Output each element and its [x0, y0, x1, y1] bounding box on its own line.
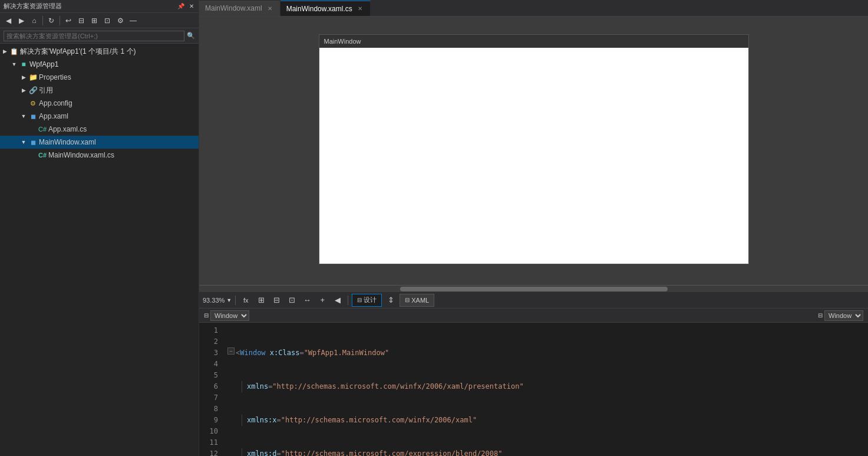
- design-label: 设计: [364, 296, 377, 304]
- code-member-select[interactable]: Window: [824, 310, 863, 321]
- se-sep1: [42, 16, 43, 25]
- se-new-sol-btn[interactable]: ⊞: [88, 15, 100, 27]
- toolbar-sep2: [348, 296, 348, 305]
- properties-expand: ▶: [19, 74, 28, 80]
- ln-8: 8: [199, 403, 218, 415]
- line-numbers: 1 2 3 4 5 6 7 8 9 10 11 12: [199, 323, 223, 456]
- code-scope-select[interactable]: Window: [210, 310, 249, 321]
- project-expand-icon: ▼: [9, 61, 19, 67]
- se-search-bar: 🔍: [0, 28, 199, 44]
- se-home-btn[interactable]: ⌂: [28, 15, 40, 27]
- zoom-in-btn[interactable]: +: [316, 294, 329, 307]
- code-header-right: ⊟ Window: [818, 310, 863, 321]
- tab-mainxaml[interactable]: MainWindow.xaml ✕: [199, 1, 280, 16]
- se-solution-node[interactable]: ▶ 📋 解决方案'WpfApp1'(1 个项目/共 1 个): [0, 45, 199, 58]
- se-collapse-btn[interactable]: ⊟: [75, 15, 87, 27]
- ln-11: 11: [199, 437, 218, 448]
- design-btn[interactable]: ⊟ 设计: [352, 294, 382, 307]
- project-label: WpfApp1: [29, 60, 58, 68]
- code-4: xmlns:d="http://schemas.microsoft.com/ex…: [247, 448, 503, 456]
- ln-6: 6: [199, 381, 218, 392]
- se-tree: ▶ 📋 解决方案'WpfApp1'(1 个项目/共 1 个) ▼ ■ WpfAp…: [0, 44, 199, 456]
- design-icon: ⊟: [357, 297, 362, 303]
- design-scrollbar[interactable]: [199, 285, 868, 292]
- se-appxaml-node[interactable]: ▼ ◼ App.xaml: [0, 110, 199, 123]
- ln-3: 3: [199, 347, 218, 359]
- xaml-btn[interactable]: ⊟ XAML: [400, 294, 434, 307]
- se-undo-btn[interactable]: ↩: [62, 15, 74, 27]
- solution-explorer-titlebar: 解决方案资源管理器 📌 ✕: [0, 0, 199, 13]
- se-mainxaml-node[interactable]: ▼ ◼ MainWindow.xaml: [0, 136, 199, 149]
- design-preview-area: MainWindow: [199, 17, 868, 285]
- se-properties-node[interactable]: ▶ 📁 Properties: [0, 71, 199, 84]
- window-preview-title: MainWindow: [324, 38, 361, 45]
- se-search-input[interactable]: [4, 31, 184, 41]
- properties-label: Properties: [39, 73, 71, 81]
- ln-12: 12: [199, 448, 218, 456]
- ln-10: 10: [199, 426, 218, 437]
- code-1: <Window x:Class="WpfApp1.MainWindow": [236, 347, 389, 359]
- mainxamlcs-icon: C#: [38, 152, 47, 159]
- window-preview-content: [319, 48, 748, 264]
- expand-1[interactable]: −: [227, 347, 235, 355]
- tab-mainxaml-close[interactable]: ✕: [266, 4, 274, 12]
- se-preview-btn[interactable]: —: [127, 15, 139, 27]
- references-expand: ▶: [19, 87, 28, 93]
- se-references-node[interactable]: ▶ 🔗 引用: [0, 84, 199, 97]
- se-properties-btn[interactable]: ⚙: [114, 15, 126, 27]
- zoom-dropdown-icon[interactable]: ▼: [226, 297, 232, 303]
- se-project-node[interactable]: ▼ ■ WpfApp1: [0, 58, 199, 71]
- tab-mainxamlcs-label: MainWindow.xaml.cs: [286, 5, 352, 13]
- se-appxamlcs-node[interactable]: ▶ C# App.xaml.cs: [0, 123, 199, 136]
- solution-explorer: 解决方案资源管理器 📌 ✕ ◀ ▶ ⌂ ↻ ↩ ⊟ ⊞ ⊡ ⚙ — 🔍 ▶ 📋 …: [0, 0, 199, 456]
- preview-btn[interactable]: ⊡: [285, 294, 298, 307]
- code-line-3: xmlns:x="http://schemas.microsoft.com/wi…: [227, 415, 863, 426]
- code-header-right-icon: ⊟: [818, 312, 823, 319]
- ln-5: 5: [199, 370, 218, 381]
- properties-icon: 📁: [28, 73, 38, 81]
- window-preview: MainWindow: [319, 34, 749, 264]
- se-forward-btn[interactable]: ▶: [15, 15, 27, 27]
- se-appconfig-node[interactable]: ▶ ⚙ App.config: [0, 97, 199, 110]
- fx-btn[interactable]: fx: [239, 294, 252, 307]
- tab-mainxamlcs-close[interactable]: ✕: [356, 5, 364, 13]
- references-icon: 🔗: [28, 86, 38, 94]
- appxamlcs-label: App.xaml.cs: [48, 125, 87, 133]
- ln-4: 4: [199, 359, 218, 370]
- se-title-icons: 📌 ✕: [176, 2, 195, 10]
- code-line-4: xmlns:d="http://schemas.microsoft.com/ex…: [227, 448, 863, 456]
- ln-7: 7: [199, 392, 218, 403]
- xaml-label: XAML: [411, 297, 429, 304]
- code-content: 1 2 3 4 5 6 7 8 9 10 11 12 − <Window x:C…: [199, 323, 868, 456]
- fit-btn[interactable]: ↔: [301, 294, 313, 307]
- grid-btn[interactable]: ⊞: [255, 294, 268, 307]
- appconfig-label: App.config: [39, 99, 72, 107]
- solution-expand-icon: ▶: [0, 48, 9, 54]
- se-close-icon[interactable]: ✕: [188, 2, 195, 10]
- solution-explorer-title: 解决方案资源管理器: [4, 2, 62, 11]
- appconfig-icon: ⚙: [28, 100, 38, 107]
- code-text[interactable]: − <Window x:Class="WpfApp1.MainWindow" x…: [223, 323, 868, 456]
- code-header-left: ⊟ Window: [204, 310, 249, 321]
- se-refresh-btn[interactable]: ↻: [45, 15, 57, 27]
- prev-arrow-btn[interactable]: ◀: [331, 294, 344, 307]
- se-sep2: [60, 16, 60, 25]
- code-line-2: xmlns="http://schemas.microsoft.com/winf…: [227, 381, 863, 392]
- xaml-icon: ⊟: [405, 297, 410, 303]
- snap-btn[interactable]: ⊟: [270, 294, 283, 307]
- split-btn[interactable]: ⇕: [384, 294, 397, 307]
- tab-mainxamlcs[interactable]: MainWindow.xaml.cs ✕: [280, 1, 371, 16]
- project-icon: ■: [19, 60, 28, 68]
- se-show-all-btn[interactable]: ⊡: [101, 15, 113, 27]
- se-pin-icon[interactable]: 📌: [176, 2, 186, 10]
- mainxamlcs-label: MainWindow.xaml.cs: [48, 151, 114, 159]
- zoom-control: 93.33% ▼: [203, 297, 232, 304]
- mainxaml-label: MainWindow.xaml: [39, 138, 96, 146]
- se-mainxamlcs-node[interactable]: ▶ C# MainWindow.xaml.cs: [0, 149, 199, 162]
- se-search-icon: 🔍: [187, 32, 195, 40]
- se-back-btn[interactable]: ◀: [2, 15, 14, 27]
- code-header-left-icon: ⊟: [204, 312, 209, 319]
- appxaml-expand: ▼: [19, 113, 28, 119]
- code-3: xmlns:x="http://schemas.microsoft.com/wi…: [247, 415, 477, 426]
- appxamlcs-expand: ▶: [28, 126, 38, 132]
